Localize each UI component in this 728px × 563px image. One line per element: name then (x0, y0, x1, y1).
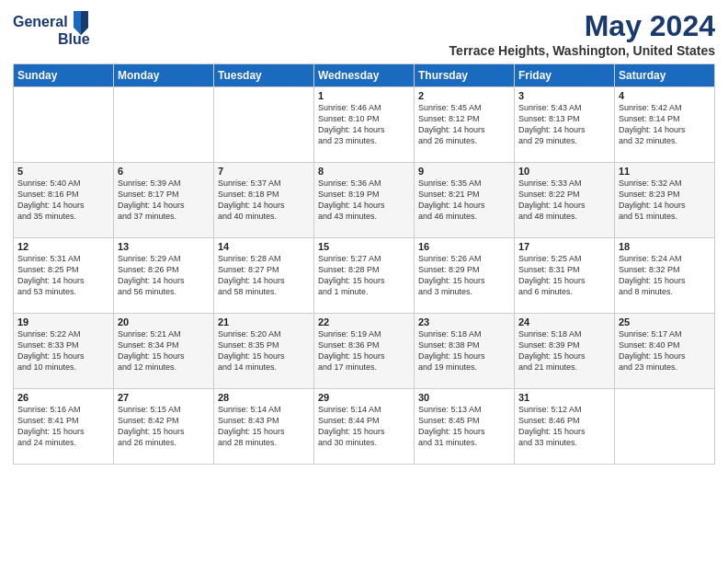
day-info: Sunrise: 5:19 AM Sunset: 8:36 PM Dayligh… (318, 328, 410, 373)
calendar-cell: 5Sunrise: 5:40 AM Sunset: 8:16 PM Daylig… (14, 163, 114, 238)
day-number: 8 (318, 166, 410, 177)
calendar-cell: 15Sunrise: 5:27 AM Sunset: 8:28 PM Dayli… (314, 238, 415, 314)
calendar-cell: 11Sunrise: 5:32 AM Sunset: 8:23 PM Dayli… (615, 163, 715, 238)
day-header-monday: Monday (114, 64, 214, 87)
week-row-3: 12Sunrise: 5:31 AM Sunset: 8:25 PM Dayli… (14, 238, 715, 314)
day-number: 16 (418, 241, 510, 252)
calendar-cell: 13Sunrise: 5:29 AM Sunset: 8:26 PM Dayli… (114, 238, 214, 314)
day-info: Sunrise: 5:39 AM Sunset: 8:17 PM Dayligh… (118, 178, 210, 223)
calendar-cell: 12Sunrise: 5:31 AM Sunset: 8:25 PM Dayli… (14, 238, 114, 314)
day-info: Sunrise: 5:33 AM Sunset: 8:22 PM Dayligh… (518, 178, 610, 223)
day-number: 9 (418, 166, 510, 177)
day-number: 31 (518, 392, 610, 403)
calendar-body: 1Sunrise: 5:46 AM Sunset: 8:10 PM Daylig… (14, 87, 715, 465)
calendar-cell: 27Sunrise: 5:15 AM Sunset: 8:42 PM Dayli… (114, 389, 214, 465)
day-header-tuesday: Tuesday (214, 64, 314, 87)
calendar-cell (114, 87, 214, 163)
day-number: 5 (17, 166, 109, 177)
day-number: 23 (418, 316, 510, 327)
day-number: 26 (17, 392, 109, 403)
logo: General Blue (13, 9, 90, 48)
day-number: 12 (17, 241, 109, 252)
day-number: 7 (218, 166, 310, 177)
calendar-cell: 8Sunrise: 5:36 AM Sunset: 8:19 PM Daylig… (314, 163, 415, 238)
calendar-cell: 9Sunrise: 5:35 AM Sunset: 8:21 PM Daylig… (415, 163, 515, 238)
header: General Blue May 2024 Terrace Heights, W… (13, 9, 715, 58)
day-number: 21 (218, 316, 310, 327)
logo-blue: Blue (58, 31, 90, 48)
calendar-cell: 19Sunrise: 5:22 AM Sunset: 8:33 PM Dayli… (14, 314, 114, 389)
calendar-cell (615, 389, 715, 465)
day-info: Sunrise: 5:35 AM Sunset: 8:21 PM Dayligh… (418, 178, 510, 223)
day-number: 10 (518, 166, 610, 177)
calendar-header-row: SundayMondayTuesdayWednesdayThursdayFrid… (14, 64, 715, 87)
day-info: Sunrise: 5:13 AM Sunset: 8:45 PM Dayligh… (418, 404, 510, 449)
calendar-cell: 22Sunrise: 5:19 AM Sunset: 8:36 PM Dayli… (314, 314, 415, 389)
calendar-cell: 18Sunrise: 5:24 AM Sunset: 8:32 PM Dayli… (615, 238, 715, 314)
day-header-thursday: Thursday (415, 64, 515, 87)
day-info: Sunrise: 5:18 AM Sunset: 8:38 PM Dayligh… (418, 328, 510, 373)
day-info: Sunrise: 5:42 AM Sunset: 8:14 PM Dayligh… (619, 102, 711, 147)
day-header-wednesday: Wednesday (314, 64, 415, 87)
day-header-saturday: Saturday (615, 64, 715, 87)
day-info: Sunrise: 5:31 AM Sunset: 8:25 PM Dayligh… (17, 253, 109, 298)
calendar-cell (214, 87, 314, 163)
day-info: Sunrise: 5:43 AM Sunset: 8:13 PM Dayligh… (518, 102, 610, 147)
day-info: Sunrise: 5:40 AM Sunset: 8:16 PM Dayligh… (17, 178, 109, 223)
day-info: Sunrise: 5:37 AM Sunset: 8:18 PM Dayligh… (218, 178, 310, 223)
day-info: Sunrise: 5:12 AM Sunset: 8:46 PM Dayligh… (518, 404, 610, 449)
day-number: 17 (518, 241, 610, 252)
day-info: Sunrise: 5:21 AM Sunset: 8:34 PM Dayligh… (118, 328, 210, 373)
day-number: 14 (218, 241, 310, 252)
day-info: Sunrise: 5:14 AM Sunset: 8:44 PM Dayligh… (318, 404, 410, 449)
calendar-cell: 31Sunrise: 5:12 AM Sunset: 8:46 PM Dayli… (515, 389, 615, 465)
calendar-cell: 23Sunrise: 5:18 AM Sunset: 8:38 PM Dayli… (415, 314, 515, 389)
calendar-cell: 14Sunrise: 5:28 AM Sunset: 8:27 PM Dayli… (214, 238, 314, 314)
title-block: May 2024 Terrace Heights, Washington, Un… (449, 9, 715, 58)
day-info: Sunrise: 5:36 AM Sunset: 8:19 PM Dayligh… (318, 178, 410, 223)
calendar-cell: 6Sunrise: 5:39 AM Sunset: 8:17 PM Daylig… (114, 163, 214, 238)
calendar-cell: 26Sunrise: 5:16 AM Sunset: 8:41 PM Dayli… (14, 389, 114, 465)
calendar-cell: 21Sunrise: 5:20 AM Sunset: 8:35 PM Dayli… (214, 314, 314, 389)
calendar-cell: 7Sunrise: 5:37 AM Sunset: 8:18 PM Daylig… (214, 163, 314, 238)
calendar-cell: 24Sunrise: 5:18 AM Sunset: 8:39 PM Dayli… (515, 314, 615, 389)
day-number: 25 (619, 316, 711, 327)
day-info: Sunrise: 5:22 AM Sunset: 8:33 PM Dayligh… (17, 328, 109, 373)
day-number: 24 (518, 316, 610, 327)
day-number: 28 (218, 392, 310, 403)
day-info: Sunrise: 5:16 AM Sunset: 8:41 PM Dayligh… (17, 404, 109, 449)
subtitle: Terrace Heights, Washington, United Stat… (449, 43, 715, 58)
week-row-5: 26Sunrise: 5:16 AM Sunset: 8:41 PM Dayli… (14, 389, 715, 465)
day-number: 18 (619, 241, 711, 252)
day-header-friday: Friday (515, 64, 615, 87)
day-number: 1 (318, 90, 410, 101)
day-info: Sunrise: 5:17 AM Sunset: 8:40 PM Dayligh… (619, 328, 711, 373)
calendar-cell: 3Sunrise: 5:43 AM Sunset: 8:13 PM Daylig… (515, 87, 615, 163)
day-info: Sunrise: 5:46 AM Sunset: 8:10 PM Dayligh… (318, 102, 410, 147)
day-info: Sunrise: 5:26 AM Sunset: 8:29 PM Dayligh… (418, 253, 510, 298)
day-number: 15 (318, 241, 410, 252)
day-info: Sunrise: 5:14 AM Sunset: 8:43 PM Dayligh… (218, 404, 310, 449)
calendar-cell: 30Sunrise: 5:13 AM Sunset: 8:45 PM Dayli… (415, 389, 515, 465)
week-row-1: 1Sunrise: 5:46 AM Sunset: 8:10 PM Daylig… (14, 87, 715, 163)
page: General Blue May 2024 Terrace Heights, W… (0, 0, 728, 563)
calendar-cell: 29Sunrise: 5:14 AM Sunset: 8:44 PM Dayli… (314, 389, 415, 465)
day-number: 29 (318, 392, 410, 403)
day-number: 4 (619, 90, 711, 101)
day-number: 19 (17, 316, 109, 327)
calendar-cell: 4Sunrise: 5:42 AM Sunset: 8:14 PM Daylig… (615, 87, 715, 163)
day-info: Sunrise: 5:45 AM Sunset: 8:12 PM Dayligh… (418, 102, 510, 147)
day-info: Sunrise: 5:28 AM Sunset: 8:27 PM Dayligh… (218, 253, 310, 298)
week-row-2: 5Sunrise: 5:40 AM Sunset: 8:16 PM Daylig… (14, 163, 715, 238)
day-number: 20 (118, 316, 210, 327)
day-number: 3 (518, 90, 610, 101)
day-info: Sunrise: 5:15 AM Sunset: 8:42 PM Dayligh… (118, 404, 210, 449)
logo-general: General (13, 14, 68, 30)
week-row-4: 19Sunrise: 5:22 AM Sunset: 8:33 PM Dayli… (14, 314, 715, 389)
calendar-cell: 1Sunrise: 5:46 AM Sunset: 8:10 PM Daylig… (314, 87, 415, 163)
calendar-cell: 25Sunrise: 5:17 AM Sunset: 8:40 PM Dayli… (615, 314, 715, 389)
day-header-sunday: Sunday (14, 64, 114, 87)
day-info: Sunrise: 5:32 AM Sunset: 8:23 PM Dayligh… (619, 178, 711, 223)
calendar-cell: 17Sunrise: 5:25 AM Sunset: 8:31 PM Dayli… (515, 238, 615, 314)
calendar-cell: 28Sunrise: 5:14 AM Sunset: 8:43 PM Dayli… (214, 389, 314, 465)
